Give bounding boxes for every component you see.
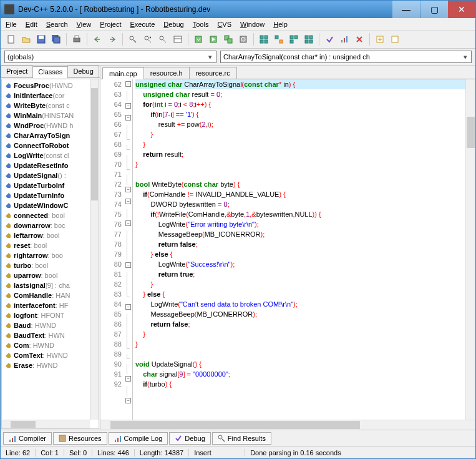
compile-run-button[interactable] (221, 32, 235, 46)
fold-gutter[interactable]: −−−−−−−−−− (124, 79, 133, 420)
menu-cvs[interactable]: CVS (217, 21, 231, 28)
replace-button[interactable] (141, 32, 155, 46)
tree-item[interactable]: logfont : HFONT (3, 310, 90, 320)
tree-item[interactable]: ComText : HWND (3, 350, 90, 360)
tree-hscroll[interactable] (2, 420, 90, 428)
menu-debug[interactable]: Debug (163, 21, 183, 28)
toolbar (1, 31, 475, 49)
print-button[interactable] (70, 32, 84, 46)
scope-dropdown[interactable]: (globals)▾ (4, 51, 216, 63)
tree-item[interactable]: rightarrow : boo (3, 250, 90, 260)
save-all-button[interactable] (49, 32, 63, 46)
titlebar[interactable]: Dev-C++ 5.2.0.0 - [ Robotbesturing ] - R… (1, 1, 475, 18)
tree-item[interactable]: BaudText : HWN (3, 330, 90, 340)
class-tree[interactable]: FocusProc (HWND InitInterface (cor Write… (1, 79, 99, 429)
tree-item[interactable]: LogWrite (const cl (3, 151, 90, 160)
output-tab-resources[interactable]: Resources (53, 432, 107, 445)
svg-point-9 (145, 36, 148, 40)
code-lines[interactable]: unsigned char CharArrayToSignal(const ch… (133, 79, 465, 420)
output-tab-debug[interactable]: Debug (169, 432, 210, 445)
menu-tools[interactable]: Tools (193, 21, 209, 28)
tree-vscroll[interactable] (90, 79, 99, 420)
tree-item[interactable]: interfacefont : HF (3, 300, 90, 310)
tree-item[interactable]: UpdateWindowC (3, 200, 90, 210)
menu-execute[interactable]: Execute (130, 21, 155, 28)
tree-item[interactable]: uparrow : bool (3, 270, 90, 280)
tree-item[interactable]: WriteByte (const c (3, 101, 90, 111)
new-file-button[interactable] (4, 32, 18, 46)
minimize-button[interactable]: — (392, 1, 420, 18)
tree-item[interactable]: connected : bool (3, 210, 90, 220)
menu-help[interactable]: Help (273, 21, 288, 28)
tree-item[interactable]: UpdateSignal () : (3, 170, 90, 180)
find-next-button[interactable] (156, 32, 170, 46)
tree-item[interactable]: FocusProc (HWND (3, 81, 90, 91)
tree-item[interactable]: WinMain (HINSTAN (3, 111, 90, 121)
output-tab-compile-log[interactable]: Compile Log (109, 432, 168, 445)
new-project-button[interactable] (257, 32, 271, 46)
tree-item[interactable]: turbo : bool (3, 260, 90, 270)
svg-line-46 (222, 439, 225, 442)
output-tab-find-results[interactable]: Find Results (212, 432, 271, 445)
tree-item[interactable]: Erase : HWND (3, 360, 90, 370)
code-editor[interactable]: 6263646566676869707172737475767778798081… (100, 79, 475, 420)
tree-item[interactable]: downarrow : boc (3, 220, 90, 230)
maximize-button[interactable]: ▢ (420, 1, 448, 18)
menu-search[interactable]: Search (46, 21, 68, 28)
redo-button[interactable] (105, 32, 119, 46)
debug-button[interactable] (323, 32, 336, 46)
goto-line-button[interactable] (373, 32, 387, 46)
side-tab-classes[interactable]: Classes (32, 66, 68, 78)
open-button[interactable] (19, 32, 33, 46)
tree-item[interactable]: UpdateTurnInfo (3, 190, 90, 200)
svg-rect-25 (279, 40, 283, 43)
find-button[interactable] (126, 32, 140, 46)
menu-view[interactable]: View (77, 21, 92, 28)
profile-button[interactable] (338, 32, 351, 46)
status-msg: Done parsing in 0.16 seconds (245, 449, 475, 457)
add-file-button[interactable] (272, 32, 286, 46)
tree-item[interactable]: UpdateTurboInf (3, 180, 90, 190)
undo-button[interactable] (90, 32, 104, 46)
tree-item[interactable]: Baud : HWND (3, 320, 90, 330)
tree-item[interactable]: UpdateResetInfo (3, 160, 90, 170)
tree-item[interactable]: leftarrow : bool (3, 230, 90, 240)
tree-item[interactable]: lastsignal [9] : cha (3, 280, 90, 290)
goto-button[interactable] (171, 32, 185, 46)
tree-item[interactable]: WndProc (HWND h (3, 121, 90, 131)
bookmark-button[interactable] (388, 32, 402, 46)
menu-file[interactable]: File (6, 21, 17, 28)
menu-edit[interactable]: Edit (26, 21, 37, 28)
remove-file-button[interactable] (287, 32, 301, 46)
close-button[interactable]: ✕ (448, 1, 475, 18)
rebuild-button[interactable] (236, 32, 250, 46)
tree-item[interactable]: CharArrayToSign (3, 131, 90, 141)
editor-tabs: main.cppresource.hresource.rc (100, 66, 475, 79)
output-tab-compiler[interactable]: Compiler (3, 432, 52, 445)
tree-item[interactable]: ConnectToRobot (3, 141, 90, 151)
side-tab-debug[interactable]: Debug (67, 66, 99, 77)
svg-rect-42 (115, 440, 116, 442)
editor-hscroll[interactable] (100, 420, 475, 430)
svg-rect-32 (309, 40, 313, 43)
status-length: Length: 14387 (135, 449, 189, 457)
tree-item[interactable]: InitInterface (cor (3, 91, 90, 101)
compile-button[interactable] (192, 32, 205, 46)
save-button[interactable] (34, 32, 48, 46)
project-options-button[interactable] (302, 32, 316, 46)
editor-tab[interactable]: main.cpp (102, 67, 144, 79)
editor-tab[interactable]: resource.h (143, 67, 190, 79)
tree-item[interactable]: ComHandle : HAN (3, 290, 90, 300)
editor-tab[interactable]: resource.rc (189, 67, 237, 79)
tree-item[interactable]: Com : HWND (3, 340, 90, 350)
menu-project[interactable]: Project (100, 21, 121, 28)
side-tab-project[interactable]: Project (1, 66, 33, 77)
svg-rect-20 (260, 36, 263, 39)
menu-window[interactable]: Window (240, 21, 265, 28)
stop-button[interactable] (352, 32, 366, 46)
run-button[interactable] (206, 32, 220, 46)
tree-item[interactable]: reset : bool (3, 240, 90, 250)
symbol-dropdown[interactable]: CharArrayToSignal(const char* in) : unsi… (220, 51, 472, 63)
editor-vscroll[interactable] (465, 79, 475, 420)
status-col: Col: 1 (36, 449, 64, 457)
